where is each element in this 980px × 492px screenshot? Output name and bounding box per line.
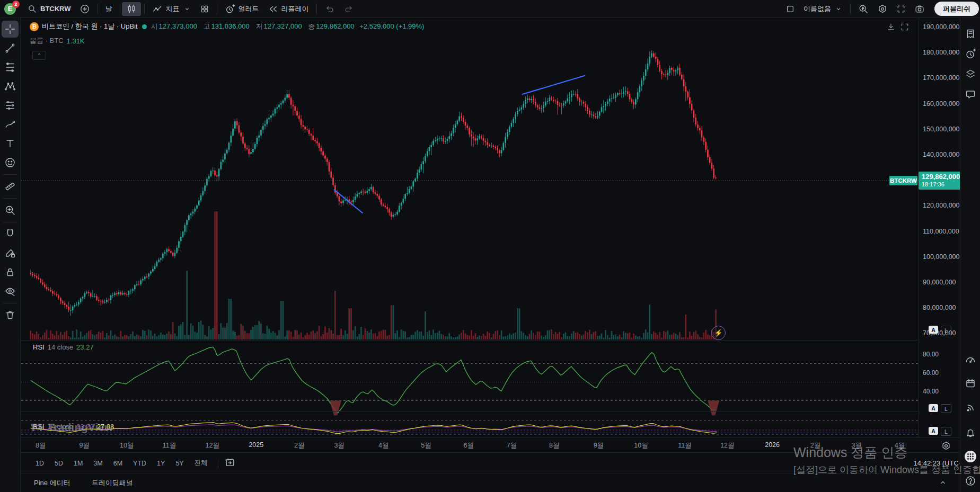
symbol-legend[interactable]: ₿ 비트코인 / 한국 원 · 1날 · UpBit 시127,373,000 … xyxy=(30,22,424,31)
settings-button[interactable] xyxy=(873,2,892,16)
ruler-tool[interactable] xyxy=(2,178,19,195)
trash-tool[interactable] xyxy=(2,307,19,324)
log-scale-button[interactable]: L xyxy=(941,404,951,413)
range-5d-button[interactable]: 5D xyxy=(51,458,67,469)
hide-drawings-tool[interactable] xyxy=(2,283,19,300)
chart-canvas[interactable] xyxy=(20,17,960,452)
magnet-tool[interactable] xyxy=(2,226,19,243)
right-sidebar-bottom xyxy=(960,347,980,492)
expand-panel-icon[interactable] xyxy=(938,478,948,489)
interval-button[interactable]: 날 xyxy=(101,2,117,16)
price-axis[interactable]: 190,000,000180,000,000170,000,000160,000… xyxy=(919,17,961,437)
pane-divider[interactable] xyxy=(20,411,960,412)
redo-button[interactable] xyxy=(339,2,358,16)
go-to-date-icon[interactable] xyxy=(225,457,235,469)
rsi-value-purple: 23.22 xyxy=(76,423,94,431)
plot-corner-icons xyxy=(886,22,910,33)
watchlist-icon[interactable] xyxy=(963,26,978,42)
range-1m-button[interactable]: 1M xyxy=(70,458,86,469)
bell-icon[interactable] xyxy=(963,424,978,440)
auto-scale-button[interactable]: A xyxy=(929,326,938,334)
range-전체-button[interactable]: 전체 xyxy=(191,457,211,470)
pine-editor-tab[interactable]: Pine 에디터 xyxy=(34,478,70,488)
range-5y-button[interactable]: 5Y xyxy=(172,458,187,469)
tradingview-app: E 2 BTCKRW 날 지표 얼러트 xyxy=(0,0,980,492)
text-tool-tool[interactable] xyxy=(2,135,19,152)
apps-icon[interactable] xyxy=(963,449,978,464)
trading-panel-tab[interactable]: 트레이딩패널 xyxy=(92,478,133,488)
time-tick-label: 4월 xyxy=(895,441,905,450)
price-tick-label: 140,000,000 xyxy=(919,151,965,158)
emoji-tool[interactable] xyxy=(2,154,19,171)
user-avatar[interactable]: E 2 xyxy=(4,3,16,15)
log-scale-button[interactable]: L xyxy=(941,427,951,436)
legend-collapse-button[interactable]: ⌃ xyxy=(32,51,46,60)
pane-divider[interactable] xyxy=(20,340,960,341)
indicators-button[interactable]: 지표 xyxy=(148,2,196,16)
indicator-templates-button[interactable] xyxy=(196,2,214,16)
volume-legend[interactable]: 볼륨 · BTC 1.31K xyxy=(30,36,85,46)
redo-icon xyxy=(343,4,354,14)
auto-scale-button[interactable]: A xyxy=(929,404,938,412)
range-6m-button[interactable]: 6M xyxy=(110,458,126,469)
brush-tool[interactable] xyxy=(2,116,19,133)
undo-button[interactable] xyxy=(320,2,339,16)
symbol-search-button[interactable]: BTCKRW xyxy=(23,2,75,16)
compare-add-button[interactable] xyxy=(75,2,94,16)
draw-lock-tool[interactable] xyxy=(2,245,19,262)
publish-button[interactable]: 퍼블리쉬 xyxy=(934,2,979,16)
volume-label: 볼륨 · BTC xyxy=(30,36,64,46)
lightning-boost-button[interactable]: ⚡ xyxy=(711,326,726,340)
fib-retracement-tool[interactable] xyxy=(2,59,19,76)
range-1d-button[interactable]: 1D xyxy=(32,458,48,469)
plus-circle-icon xyxy=(80,4,90,14)
search-icon xyxy=(28,4,37,14)
lock-drawings-tool[interactable] xyxy=(2,264,19,281)
crosshair-tool[interactable] xyxy=(2,21,19,38)
rsi-pane2-legend[interactable]: RSI 14 close 23.22 27.08 xyxy=(33,423,114,431)
time-tick-label: 2월 xyxy=(294,441,304,450)
chart-area[interactable] xyxy=(20,17,960,452)
drawing-toolbar xyxy=(0,17,21,492)
time-tick-label: 10월 xyxy=(634,441,648,450)
auto-scale-button[interactable]: A xyxy=(929,427,938,435)
long-position-tool[interactable] xyxy=(2,97,19,114)
notification-badge: 2 xyxy=(12,1,20,8)
layout-name-button[interactable]: 이름없음 xyxy=(799,2,847,16)
range-3m-button[interactable]: 3M xyxy=(90,458,106,469)
signal-icon[interactable] xyxy=(963,400,978,416)
log-scale-button[interactable]: L xyxy=(941,326,951,335)
calendar-icon[interactable] xyxy=(963,375,978,391)
range-1y-button[interactable]: 1Y xyxy=(153,458,169,469)
maximize-pane-icon[interactable] xyxy=(900,22,910,33)
rsi-pane1-legend[interactable]: RSI 14 close 23.27 xyxy=(33,343,94,351)
time-axis[interactable]: 8월9월10월11월12월20252월3월4월5월6월7월8월9월10월11월1… xyxy=(20,437,960,453)
time-tick-label: 7월 xyxy=(507,441,517,450)
zoom-in-tool[interactable] xyxy=(2,202,19,219)
layout-grid-icon xyxy=(200,4,209,14)
alert-manager-icon[interactable] xyxy=(963,46,978,62)
rsi-title: RSI xyxy=(33,343,45,351)
scroll-to-recent-icon[interactable] xyxy=(886,22,896,33)
alert-button[interactable]: 얼러트 xyxy=(220,2,263,16)
timezone-settings-icon[interactable] xyxy=(941,441,951,453)
quick-search-button[interactable] xyxy=(854,2,873,16)
xabcd-pattern-tool[interactable] xyxy=(2,78,19,95)
price-tick-label: 80,000,000 xyxy=(919,304,965,311)
chat-icon[interactable] xyxy=(963,86,978,102)
symbol-label: BTCKRW xyxy=(40,5,71,13)
object-tree-icon[interactable] xyxy=(963,66,978,82)
replay-button[interactable]: 리플레이 xyxy=(263,2,313,16)
range-ytd-button[interactable]: YTD xyxy=(129,458,150,469)
top-toolbar: E 2 BTCKRW 날 지표 얼러트 xyxy=(0,0,980,18)
chart-style-button[interactable] xyxy=(122,2,141,16)
gauge-icon[interactable] xyxy=(963,351,978,367)
candlestick-icon xyxy=(126,4,137,14)
help-icon[interactable] xyxy=(963,473,978,489)
save-layout-checkbox[interactable] xyxy=(781,2,799,16)
undo-icon xyxy=(324,4,335,14)
fullscreen-button[interactable] xyxy=(892,2,910,16)
axis-mode-buttons: A L xyxy=(929,427,951,436)
snapshot-button[interactable] xyxy=(910,2,929,16)
trend-line-tool[interactable] xyxy=(2,40,19,57)
